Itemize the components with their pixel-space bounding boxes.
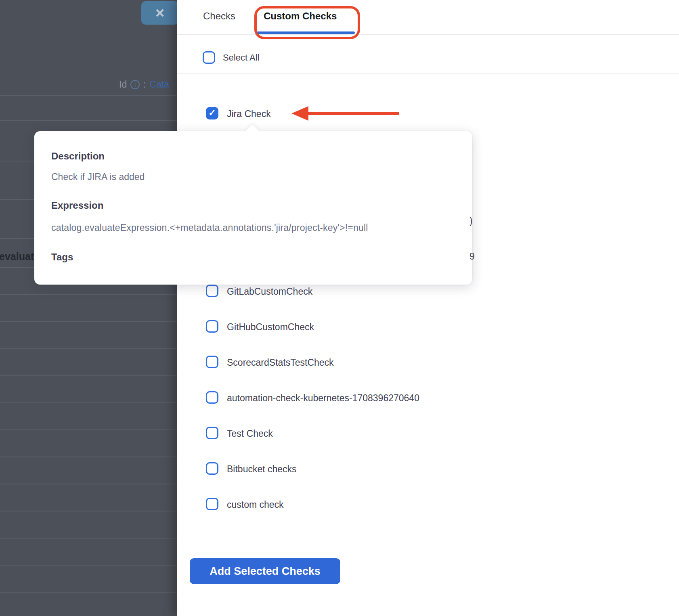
check-label: custom check (227, 499, 284, 510)
check-icon: ✓ (208, 109, 216, 117)
check-row: automation-check-kubernetes-170839627064… (177, 380, 679, 415)
checkbox[interactable] (206, 356, 218, 368)
check-row: custom check (177, 486, 679, 522)
info-icon: i (130, 80, 140, 89)
check-row: Test Check (177, 415, 679, 451)
active-tab-underline (256, 31, 355, 34)
check-details-tooltip: Description Check if JIRA is added Expre… (34, 131, 472, 285)
check-row: Bitbucket checks (177, 451, 679, 486)
check-row: GitHubCustomCheck (177, 309, 679, 344)
checkbox[interactable] (206, 462, 218, 475)
tooltip-tags-label: Tags (51, 251, 73, 263)
check-label: Jira Check (227, 109, 271, 119)
checkbox[interactable] (206, 285, 218, 297)
check-label: Bitbucket checks (227, 464, 297, 475)
checks-drawer: Checks Custom Checks Select All ✓Jira Ch… (177, 0, 679, 616)
occluded-check-label-fragment: ) (469, 216, 473, 226)
tab-bar: Checks Custom Checks (177, 0, 679, 35)
table-header: Id i : Cata (119, 79, 169, 90)
check-label: automation-check-kubernetes-170839627064… (227, 393, 419, 404)
checkbox[interactable] (206, 427, 218, 439)
tooltip-expression-value: catalog.evaluateExpression.<+metadata.an… (51, 222, 368, 233)
check-label: ScorecardStatsTestCheck (227, 357, 334, 368)
check-label: GitLabCustomCheck (227, 286, 312, 297)
check-label: GitHubCustomCheck (227, 322, 314, 333)
checkbox-checked[interactable]: ✓ (206, 107, 218, 119)
tooltip-description-label: Description (51, 151, 105, 162)
id-column-label: Id (119, 79, 127, 90)
table-cell-text-partial: evaluat (0, 251, 34, 262)
check-row: ScorecardStatsTestCheck (177, 344, 679, 380)
checkbox[interactable] (206, 320, 218, 333)
close-icon: ✕ (155, 6, 165, 20)
select-all-checkbox[interactable] (203, 51, 215, 64)
select-all-row: Select All (177, 36, 679, 74)
header-separator: : (143, 79, 146, 90)
tooltip-description-value: Check if JIRA is added (51, 172, 145, 182)
catalog-link-partial[interactable]: Cata (150, 79, 170, 90)
tab-checks[interactable]: Checks (203, 10, 235, 22)
select-all-label: Select All (223, 52, 260, 63)
close-drawer-button[interactable]: ✕ (141, 1, 178, 25)
tooltip-expression-label: Expression (51, 200, 103, 211)
add-selected-checks-button[interactable]: Add Selected Checks (190, 558, 340, 584)
tab-custom-checks[interactable]: Custom Checks (264, 10, 337, 22)
occluded-check-label-fragment: 9 (469, 251, 475, 262)
checkbox[interactable] (206, 391, 218, 404)
check-label: Test Check (227, 428, 273, 439)
checkbox[interactable] (206, 498, 218, 510)
